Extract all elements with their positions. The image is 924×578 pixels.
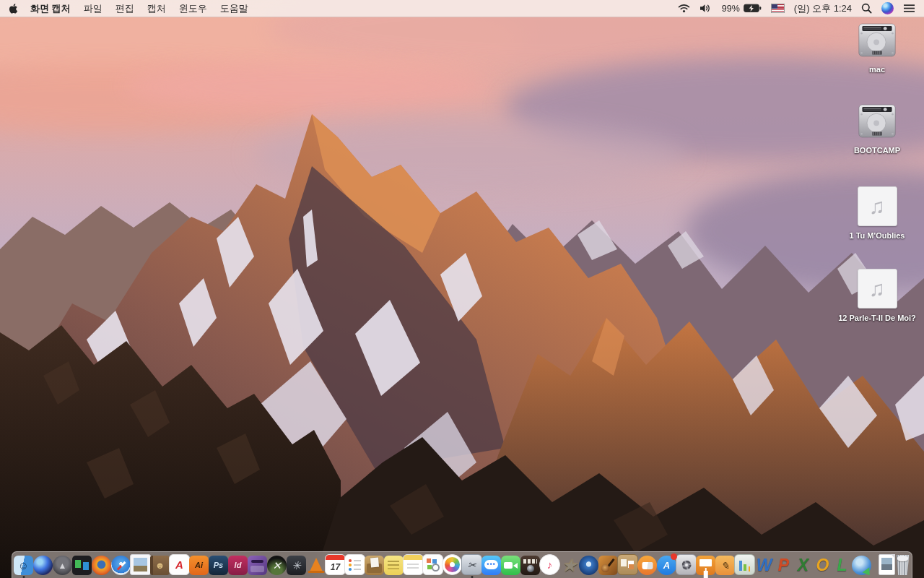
illustrator-icon: Ai [189,556,209,575]
pages-icon: ✎ [715,556,735,575]
reminders-icon [344,554,365,575]
dock-item-pages[interactable]: ✎ [715,553,735,575]
app-store-icon: A [657,556,676,575]
dock-item-word[interactable]: W [754,553,774,575]
garageband-icon [598,556,618,575]
dock-item-photoshop[interactable]: Ps [209,553,228,575]
notification-center-icon[interactable] [903,4,915,13]
dock-item-photo-booth[interactable] [520,553,540,575]
dock-item-ibooks[interactable] [637,553,657,575]
dock-item-notes[interactable] [404,553,423,575]
dock-item-toast[interactable] [248,553,267,575]
desktop-icon-audio-12[interactable]: ♫12 Parle-T-Il De Moi? [832,269,922,324]
dock-item-system-preferences[interactable] [676,553,696,575]
dock-item-itunes[interactable]: ♪ [540,553,559,575]
menu-item-2[interactable]: 캡처 [147,2,166,15]
dock-item-imovie[interactable]: ★ [559,553,579,575]
app-store-badge [671,553,677,560]
volume-icon[interactable] [699,4,712,13]
dock-item-numbers[interactable] [735,553,754,575]
system-preferences-icon [676,554,697,575]
wifi-icon[interactable] [678,4,690,13]
dock-item-fan-utility[interactable]: ✳ [287,553,306,575]
desktop: 화면 캡처 파일편집캡처윈도우도움말 99% [0,0,924,578]
dock-item-acrobat[interactable]: A [170,553,189,575]
imovie-icon: ★ [559,556,579,575]
dock-item-garageband[interactable] [598,553,618,575]
dock-item-calendar[interactable]: 17 [326,553,345,575]
dock-item-msn-globe[interactable] [852,553,871,575]
lync-icon: L [832,556,852,575]
dock-item-unarchiver[interactable] [365,553,384,575]
desktop-icon-label: BOOTCAMP [854,145,900,156]
dock-item-reminders[interactable] [345,553,365,575]
menu-item-4[interactable]: 도움말 [220,2,248,15]
us-flag-input-source-icon[interactable] [771,4,785,13]
preview-icon [130,554,151,575]
desktop-icon-audio-1[interactable]: ♫1 Tu M'Oublies [832,186,922,241]
messages-icon: ••• [481,556,501,575]
apple-logo-icon [9,3,19,14]
hard-drive-icon [857,104,897,141]
desktop-icon-column: macBOOTCAMP♫1 Tu M'Oublies♫12 Parle-T-Il… [830,0,924,549]
dock-item-grab[interactable]: ✂ [462,553,481,575]
facetime-icon [501,556,520,575]
active-app-menu-title[interactable]: 화면 캡처 [30,2,71,15]
menu-item-1[interactable]: 편집 [116,2,134,15]
desktop-icon-bootcamp[interactable]: BOOTCAMP [832,104,922,156]
dock: ☺▲☻AAiPsId✕✳17✂•••♪★A✎WPXOL [12,551,912,578]
dock-item-outlook[interactable]: O [813,553,832,575]
dock-item-safari[interactable] [111,553,131,575]
dock-item-lync[interactable]: L [832,553,852,575]
dock-item-keynote[interactable] [696,553,715,575]
dock-item-indesign[interactable]: Id [228,553,248,575]
menu-bar-clock[interactable]: (일) 오후 1:24 [794,2,852,15]
firefox-icon [92,556,111,575]
dock-item-displays[interactable] [72,553,92,575]
music-note-icon: ♫ [869,196,886,217]
dock-item-powerpoint[interactable]: P [774,553,793,575]
dock-item-contacts[interactable]: ☻ [150,553,170,575]
dock-item-corkboard[interactable] [618,553,637,575]
photo-booth-icon [520,556,540,575]
audio-file-icon: ♫ [858,186,897,226]
dock-item-vlc[interactable] [306,553,326,575]
spotlight-search-icon[interactable] [861,3,872,14]
dock-item-messages[interactable]: ••• [481,553,501,575]
x-app-icon: ✕ [267,556,287,575]
dock-item-screenshot-file[interactable] [879,553,895,575]
dock-item-doc-tools[interactable] [423,553,443,575]
toast-icon [248,556,267,575]
battery-percent-label: 99% [722,4,740,14]
dock-item-siri[interactable] [33,553,53,575]
dock-item-launchpad[interactable]: ▲ [53,553,72,575]
dock-item-x-app[interactable]: ✕ [267,553,287,575]
dock-item-trash[interactable] [895,553,910,575]
launchpad-icon: ▲ [53,556,72,575]
safari-icon [111,556,131,575]
acrobat-icon: A [169,554,190,575]
apple-menu[interactable] [9,3,19,14]
menu-item-0[interactable]: 파일 [84,2,103,15]
dock-item-excel[interactable]: X [793,553,813,575]
unarchiver-icon [365,556,384,575]
dock-item-photos[interactable] [443,553,462,575]
word-icon: W [754,556,774,575]
photoshop-icon: Ps [209,556,228,575]
dock-item-preview[interactable] [131,553,150,575]
battery-status[interactable]: 99% [722,4,762,14]
hard-drive-icon [857,23,897,60]
displays-icon [72,556,92,575]
dock-item-idvd[interactable] [579,553,598,575]
dock-item-firefox[interactable] [92,553,111,575]
desktop-icon-mac[interactable]: mac [832,23,922,75]
dock-item-finder[interactable]: ☺ [14,553,33,575]
dock-item-facetime[interactable] [501,553,520,575]
dock-item-app-store[interactable]: A [657,553,676,575]
menu-item-3[interactable]: 윈도우 [179,2,207,15]
siri-icon[interactable] [881,2,894,14]
desktop-icon-label: 1 Tu M'Oublies [850,230,905,241]
dock-item-stickies[interactable] [384,553,404,575]
menu-bar: 화면 캡처 파일편집캡처윈도우도움말 99% [0,0,924,17]
dock-item-illustrator[interactable]: Ai [189,553,209,575]
